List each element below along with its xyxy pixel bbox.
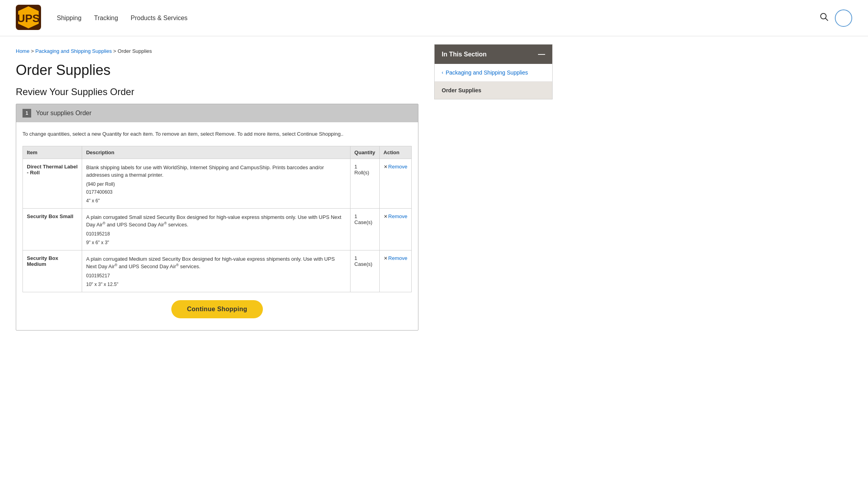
item-sku-2: 010195218 [86, 231, 346, 237]
col-description: Description [82, 146, 351, 159]
button-row: Continue Shopping [22, 292, 412, 322]
remove-button-2[interactable]: Remove [388, 213, 407, 219]
item-sku-1: 0177400603 [86, 189, 346, 195]
item-desc-1: Blank shipping labels for use with World… [86, 164, 346, 179]
item-action-2: ✕Remove [379, 208, 411, 250]
item-name-2: Security Box Small [27, 213, 73, 219]
chevron-left-icon: ‹ [442, 70, 443, 75]
nav-tracking[interactable]: Tracking [94, 15, 118, 22]
col-item: Item [23, 146, 82, 159]
item-qty-2: 1 Case(s) [350, 208, 379, 250]
page-title: Order Supplies [16, 62, 418, 78]
col-quantity: Quantity [350, 146, 379, 159]
order-box-number: 1 [22, 109, 31, 118]
logo-wrap[interactable]: UPS [16, 5, 41, 31]
item-size-3: 10" x 3" x 12.5" [86, 282, 346, 287]
remove-button-3[interactable]: Remove [388, 255, 407, 261]
sidebar: In This Section — ‹ Packaging and Shippi… [434, 36, 561, 342]
item-name-1: Direct Thermal Label - Roll [27, 164, 78, 176]
item-sub-1: (940 per Roll) [86, 181, 346, 187]
page-container: Home > Packaging and Shipping Supplies >… [0, 36, 868, 342]
section-title: Review Your Supplies Order [16, 86, 418, 97]
remove-x-icon-1: ✕ [384, 164, 388, 170]
item-size-1: 4" x 6" [86, 198, 346, 204]
item-action-3: ✕Remove [379, 250, 411, 292]
svg-line-4 [826, 19, 828, 21]
col-action: Action [379, 146, 411, 159]
order-box-header: 1 Your supplies Order [16, 104, 418, 122]
order-instructions: To change quantities, select a new Quant… [22, 130, 412, 138]
svg-text:UPS: UPS [17, 12, 40, 24]
main-content: Home > Packaging and Shipping Supplies >… [0, 36, 434, 342]
breadcrumb-parent[interactable]: Packaging and Shipping Supplies [36, 48, 112, 54]
remove-x-icon-3: ✕ [384, 256, 388, 261]
ups-logo-icon: UPS [16, 5, 41, 30]
item-action-1: ✕Remove [379, 159, 411, 208]
header-right [820, 9, 852, 27]
breadcrumb: Home > Packaging and Shipping Supplies >… [16, 48, 418, 54]
sidebar-header: In This Section — [435, 45, 552, 64]
sidebar-item-packaging-label: Packaging and Shipping Supplies [446, 69, 528, 76]
item-size-2: 9" x 6" x 3" [86, 240, 346, 245]
supplies-table: Item Description Quantity Action Direct … [22, 146, 412, 293]
user-avatar[interactable] [835, 9, 852, 27]
order-box: 1 Your supplies Order To change quantiti… [16, 104, 418, 331]
item-sku-3: 010195217 [86, 273, 346, 278]
remove-button-1[interactable]: Remove [388, 164, 407, 170]
table-row: Security Box Small A plain corrugated Sm… [23, 208, 412, 250]
sidebar-section-title: In This Section [442, 51, 487, 58]
breadcrumb-home[interactable]: Home [16, 48, 30, 54]
item-name-3: Security Box Medium [27, 255, 58, 267]
item-desc-3: A plain corrugated Medium sized Security… [86, 255, 346, 271]
table-row: Security Box Medium A plain corrugated M… [23, 250, 412, 292]
nav-products-services[interactable]: Products & Services [131, 15, 187, 22]
continue-shopping-button[interactable]: Continue Shopping [171, 300, 263, 318]
table-row: Direct Thermal Label - Roll Blank shippi… [23, 159, 412, 208]
remove-x-icon-2: ✕ [384, 214, 388, 219]
sidebar-section: In This Section — ‹ Packaging and Shippi… [434, 44, 553, 99]
search-icon[interactable] [820, 13, 829, 23]
item-desc-2: A plain corrugated Small sized Security … [86, 213, 346, 229]
item-qty-3: 1 Case(s) [350, 250, 379, 292]
header: UPS Shipping Tracking Products & Service… [0, 0, 868, 36]
sidebar-collapse-icon[interactable]: — [538, 50, 545, 58]
order-box-body: To change quantities, select a new Quant… [16, 122, 418, 330]
sidebar-active-label: Order Supplies [442, 87, 481, 93]
main-nav: Shipping Tracking Products & Services [57, 15, 187, 22]
breadcrumb-current: Order Supplies [118, 48, 152, 54]
sidebar-item-packaging[interactable]: ‹ Packaging and Shipping Supplies [435, 64, 552, 82]
item-qty-1: 1 Roll(s) [350, 159, 379, 208]
order-box-title: Your supplies Order [36, 110, 92, 117]
sidebar-item-order-supplies: Order Supplies [435, 82, 552, 99]
nav-shipping[interactable]: Shipping [57, 15, 81, 22]
